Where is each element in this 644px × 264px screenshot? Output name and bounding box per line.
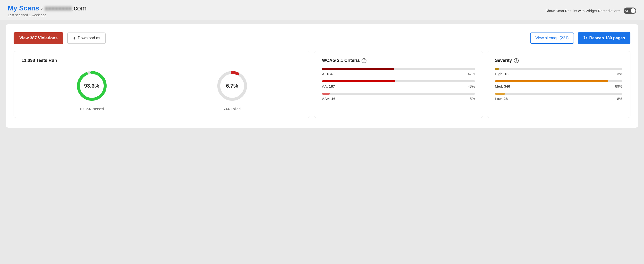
wcag-item-pct: 47%: [468, 72, 475, 76]
wcag-item-bold: 184: [326, 72, 332, 76]
wcag-bar-fill: [322, 68, 394, 70]
widget-remediation-label: Show Scan Results with Widget Remediatio…: [546, 9, 620, 13]
wcag-item: AA: 187 48%: [322, 80, 475, 88]
tests-panel-title: 11,098 Tests Run: [22, 58, 302, 63]
widget-toggle[interactable]: OFF: [624, 7, 636, 14]
wcag-bar-bg: [322, 68, 475, 70]
severity-item-label: Med: 346 89%: [495, 84, 622, 88]
wcag-item-label: AAA: 16 5%: [322, 97, 475, 101]
action-bar-right: View sitemap (221) ↻ Rescan 180 pages: [530, 32, 630, 44]
wcag-info-icon[interactable]: i: [362, 58, 366, 63]
wcag-item: AAA: 16 5%: [322, 93, 475, 101]
my-scans-link[interactable]: My Scans: [8, 4, 39, 12]
download-icon: ⬇: [72, 36, 76, 40]
severity-item-label: Low: 28 8%: [495, 97, 622, 101]
wcag-bar-bg: [322, 80, 475, 82]
wcag-item-pct: 48%: [468, 84, 475, 88]
severity-bar-fill: [495, 80, 608, 82]
passed-count-label: 10,354 Passed: [80, 107, 104, 111]
failed-donut-container: 6.7%: [215, 69, 249, 103]
wcag-item-name: A: 184: [322, 72, 332, 76]
domain-blurred: xxxxxxxx: [45, 4, 72, 12]
severity-item-name: Med: 346: [495, 84, 510, 88]
severity-item: Low: 28 8%: [495, 93, 622, 101]
severity-bar-bg: [495, 80, 622, 82]
severity-bar-bg: [495, 93, 622, 95]
severity-bar-fill: [495, 68, 499, 70]
wcag-bar-bg: [322, 93, 475, 95]
top-bar-right: Show Scan Results with Widget Remediatio…: [546, 7, 636, 14]
severity-info-icon[interactable]: i: [514, 58, 519, 63]
view-violations-button[interactable]: View 387 Violations: [14, 32, 64, 44]
severity-item-pct: 8%: [617, 97, 622, 101]
wcag-item-name: AAA: 16: [322, 97, 335, 101]
toggle-knob: [631, 8, 636, 13]
breadcrumb: My Scans › xxxxxxxx.com: [8, 4, 87, 12]
severity-item-bold: 28: [504, 97, 508, 101]
download-label: Download as: [78, 36, 100, 40]
severity-items: High: 13 3% Med: 346 89% Low: 28 8%: [495, 68, 622, 101]
wcag-bar-fill: [322, 93, 330, 95]
domain-tld: .com: [72, 4, 87, 12]
toggle-off-label: OFF: [625, 9, 630, 12]
severity-bar-bg: [495, 68, 622, 70]
main-content: View 387 Violations ⬇ Download as View s…: [0, 20, 644, 133]
severity-item-name: Low: 28: [495, 97, 508, 101]
wcag-item-bold: 16: [331, 97, 335, 101]
charts-row: 93.3% 10,354 Passed 6.7%: [22, 69, 302, 111]
severity-item-bold: 13: [504, 72, 508, 76]
action-bar-left: View 387 Violations ⬇ Download as: [14, 32, 106, 44]
download-button[interactable]: ⬇ Download as: [67, 32, 106, 44]
breadcrumb-chevron: ›: [41, 5, 43, 11]
wcag-items: A: 184 47% AA: 187 48% AAA: 16 5%: [322, 68, 475, 101]
severity-item: High: 13 3%: [495, 68, 622, 76]
wcag-bar-fill: [322, 80, 395, 82]
wcag-panel-title: WCAG 2.1 Criteria: [322, 58, 360, 63]
passed-chart-section: 93.3% 10,354 Passed: [22, 69, 162, 111]
severity-bar-fill: [495, 93, 505, 95]
severity-item-bold: 346: [504, 84, 510, 88]
wcag-item-pct: 5%: [470, 97, 475, 101]
stats-row: 11,098 Tests Run 93.3% 10,354 Passed: [14, 51, 630, 118]
failed-count-label: 744 Failed: [224, 107, 240, 111]
severity-title-row: Severity i: [495, 58, 622, 63]
rescan-icon: ↻: [583, 35, 587, 41]
failed-chart-section: 6.7% 744 Failed: [162, 69, 302, 111]
domain-text: xxxxxxxx.com: [45, 4, 87, 12]
tests-panel: 11,098 Tests Run 93.3% 10,354 Passed: [14, 51, 310, 118]
wcag-item: A: 184 47%: [322, 68, 475, 76]
wcag-item-label: A: 184 47%: [322, 72, 475, 76]
passed-pct-label: 93.3%: [84, 83, 99, 89]
top-bar: My Scans › xxxxxxxx.com Last scanned 1 w…: [0, 0, 644, 20]
failed-pct-label: 6.7%: [226, 83, 238, 89]
wcag-item-bold: 187: [329, 84, 335, 88]
severity-panel: Severity i High: 13 3% Med: 346 89%: [487, 51, 630, 118]
wcag-title-row: WCAG 2.1 Criteria i: [322, 58, 475, 63]
severity-item-pct: 3%: [617, 72, 622, 76]
rescan-label: Rescan 180 pages: [589, 36, 625, 40]
severity-panel-title: Severity: [495, 58, 512, 63]
white-card: View 387 Violations ⬇ Download as View s…: [6, 24, 638, 128]
top-bar-left: My Scans › xxxxxxxx.com Last scanned 1 w…: [8, 4, 87, 17]
rescan-button[interactable]: ↻ Rescan 180 pages: [578, 32, 630, 44]
view-sitemap-button[interactable]: View sitemap (221): [530, 32, 574, 44]
severity-item-name: High: 13: [495, 72, 508, 76]
action-bar: View 387 Violations ⬇ Download as View s…: [14, 32, 630, 44]
severity-item-pct: 89%: [615, 84, 622, 88]
severity-item-label: High: 13 3%: [495, 72, 622, 76]
wcag-panel: WCAG 2.1 Criteria i A: 184 47% AA: 187 4…: [314, 51, 483, 118]
last-scanned: Last scanned 1 week ago: [8, 13, 87, 17]
severity-item: Med: 346 89%: [495, 80, 622, 88]
passed-donut-container: 93.3%: [75, 69, 109, 103]
wcag-item-label: AA: 187 48%: [322, 84, 475, 88]
wcag-item-name: AA: 187: [322, 84, 335, 88]
